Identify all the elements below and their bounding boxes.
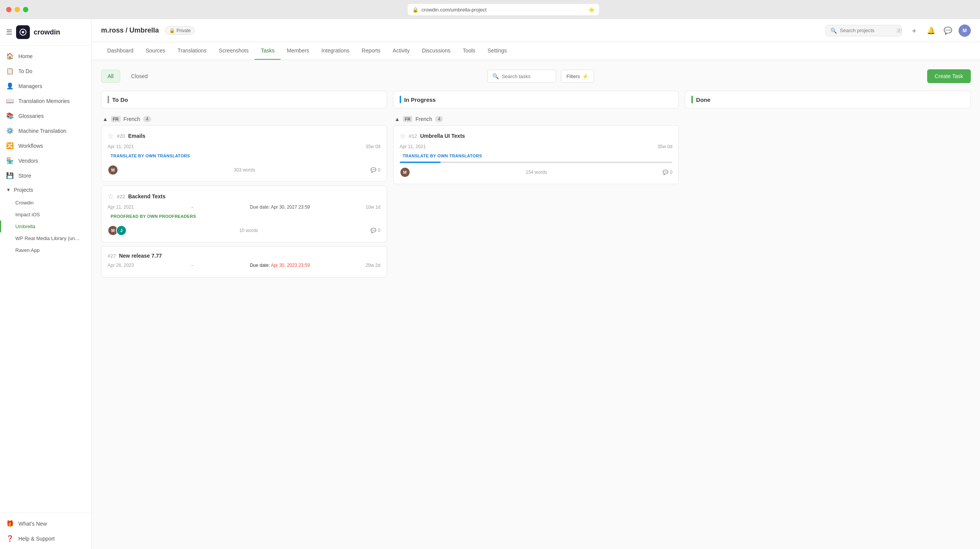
- filter-closed[interactable]: Closed: [125, 70, 155, 83]
- hamburger-icon[interactable]: ☰: [6, 28, 12, 36]
- french-progress-group-header[interactable]: ▲ FR French 4: [393, 113, 679, 125]
- tab-discussions[interactable]: Discussions: [416, 42, 457, 60]
- tab-translations[interactable]: Translations: [172, 42, 213, 60]
- tab-reports[interactable]: Reports: [356, 42, 387, 60]
- task-27-arrow: →: [189, 263, 194, 268]
- sidebar-item-help-support[interactable]: ❓ Help & Support: [0, 531, 91, 546]
- tab-members[interactable]: Members: [281, 42, 315, 60]
- address-bar[interactable]: 🔒 crowdin.com/umbrella-project ⭐: [408, 4, 599, 15]
- sidebar-item-glossaries[interactable]: 📚 Glossaries: [0, 108, 91, 123]
- lock-small-icon: 🔒: [169, 28, 175, 33]
- comment-icon: 💬: [371, 228, 376, 233]
- task-27-header: #27 New release 7.77: [108, 253, 381, 259]
- sidebar-project-wp-real-media[interactable]: WP Real Media Library (un…: [0, 232, 91, 244]
- task-22-header: ☆ #22 Backend Texts: [108, 192, 381, 201]
- sidebar-header: ☰ crowdin: [0, 19, 91, 46]
- sidebar-item-store[interactable]: 💾 Store: [0, 168, 91, 183]
- tab-dashboard[interactable]: Dashboard: [101, 42, 140, 60]
- store-icon: 💾: [6, 172, 14, 179]
- french-group-header[interactable]: ▲ FR French 4: [101, 113, 387, 125]
- lock-icon: 🔒: [412, 7, 418, 13]
- sidebar-item-workflows[interactable]: 🔀 Workflows: [0, 138, 91, 153]
- tab-tasks[interactable]: Tasks: [255, 42, 281, 60]
- projects-header[interactable]: ▼ Projects: [0, 183, 91, 197]
- task-card-22[interactable]: ☆ #22 Backend Texts Apr 11, 2021 → Due d…: [101, 186, 387, 242]
- task-20-header: ☆ #20 Emails: [108, 132, 381, 140]
- column-todo: To Do ▲ FR French 4 ☆: [101, 91, 387, 282]
- column-todo-title: To Do: [112, 96, 128, 103]
- tab-integrations[interactable]: Integrations: [315, 42, 356, 60]
- task-20-star[interactable]: ☆: [108, 132, 114, 140]
- sidebar-item-todo-label: To Do: [18, 68, 33, 74]
- sidebar-project-crowdin[interactable]: Crowdin: [0, 197, 91, 209]
- task-12-star[interactable]: ☆: [400, 132, 406, 140]
- column-done: Done: [685, 91, 971, 113]
- projects-section: ▼ Projects Crowdin Impact iOS Umbrella W…: [0, 183, 91, 256]
- bookmark-icon[interactable]: ⭐: [588, 7, 595, 13]
- sidebar-item-home[interactable]: 🏠 Home: [0, 49, 91, 64]
- tab-activity[interactable]: Activity: [387, 42, 416, 60]
- brand-name: crowdin: [34, 28, 60, 36]
- sidebar-project-raven-app[interactable]: Raven App: [0, 244, 91, 256]
- sidebar-item-vendors[interactable]: 🏪 Vendors: [0, 153, 91, 168]
- workflows-icon: 🔀: [6, 142, 14, 149]
- tab-settings[interactable]: Settings: [482, 42, 513, 60]
- sidebar-project-umbrella[interactable]: Umbrella: [0, 221, 91, 232]
- task-card-27[interactable]: #27 New release 7.77 Apr 26, 2023 → Due …: [101, 246, 387, 278]
- minimize-button[interactable]: [15, 7, 20, 12]
- task-card-20[interactable]: ☆ #20 Emails Apr 11, 2021 35w 0d TRANSLA…: [101, 125, 387, 182]
- column-in-progress-title: In Progress: [404, 96, 436, 103]
- project-name: Umbrella: [129, 26, 159, 34]
- sidebar-item-machine-translation[interactable]: ⚙️ Machine Translation: [0, 123, 91, 138]
- sidebar-item-whats-new[interactable]: 🎁 What's New: [0, 516, 91, 531]
- task-12-name: Umbrella UI Texts: [420, 133, 465, 139]
- add-button[interactable]: ＋: [908, 25, 920, 37]
- french-count-progress: 4: [435, 116, 443, 122]
- close-button[interactable]: [6, 7, 11, 12]
- search-icon: 🔍: [830, 28, 837, 34]
- project-nav-tabs: Dashboard Sources Translations Screensho…: [92, 42, 980, 60]
- maximize-button[interactable]: [23, 7, 28, 12]
- project-search-input[interactable]: [840, 28, 893, 33]
- filter-bar-right: 🔍 Filters ⚡: [487, 70, 594, 83]
- comment-icon: 💬: [663, 170, 668, 175]
- task-27-number: #27: [108, 253, 116, 259]
- task-20-type: TRANSLATE BY OWN TRANSLATORS: [108, 152, 193, 159]
- filter-all[interactable]: All: [101, 70, 120, 83]
- project-search-box[interactable]: 🔍 /: [825, 25, 902, 36]
- create-task-button[interactable]: Create Task: [927, 69, 971, 83]
- task-22-date: Apr 11, 2021: [108, 204, 134, 210]
- filters-button[interactable]: Filters ⚡: [561, 70, 594, 83]
- notification-icon[interactable]: 🔔: [925, 25, 937, 37]
- search-tasks-box[interactable]: 🔍: [487, 70, 556, 83]
- sidebar-item-managers[interactable]: 👤 Managers: [0, 78, 91, 93]
- task-20-avatars: M: [108, 165, 118, 175]
- top-header: m.ross / Umbrella 🔒 Private 🔍 / ＋ 🔔 💬 M: [92, 19, 980, 42]
- chat-icon[interactable]: 💬: [942, 25, 954, 37]
- svg-point-1: [22, 31, 24, 33]
- tab-screenshots[interactable]: Screenshots: [213, 42, 255, 60]
- task-22-comments: 💬 0: [371, 228, 381, 233]
- tasks-content: All Closed 🔍 Filters ⚡ Create Task: [92, 60, 980, 549]
- sidebar-project-impact-ios[interactable]: Impact iOS: [0, 209, 91, 221]
- private-label: Private: [176, 28, 191, 33]
- tab-tools[interactable]: Tools: [457, 42, 482, 60]
- user-avatar[interactable]: M: [959, 25, 971, 37]
- task-22-words: 10 words: [239, 228, 258, 233]
- task-12-header: ☆ #12 Umbrella UI Texts: [400, 132, 673, 140]
- sidebar-item-managers-label: Managers: [18, 83, 42, 89]
- filter-icon: ⚡: [582, 74, 588, 79]
- sidebar-item-todo[interactable]: 📋 To Do: [0, 64, 91, 78]
- task-22-avatars: M J: [108, 225, 127, 236]
- task-card-12[interactable]: ☆ #12 Umbrella UI Texts Apr 11, 2021 35w…: [393, 125, 679, 184]
- sidebar-item-help-support-label: Help & Support: [18, 536, 55, 542]
- projects-label: Projects: [14, 187, 33, 193]
- tab-sources[interactable]: Sources: [140, 42, 172, 60]
- task-22-star[interactable]: ☆: [108, 192, 114, 201]
- task-12-comments: 💬 0: [663, 170, 673, 175]
- task-20-avatar-1: M: [108, 165, 118, 175]
- sidebar-item-translation-memories[interactable]: 📖 Translation Memories: [0, 93, 91, 108]
- french-name: French: [124, 116, 140, 122]
- search-tasks-input[interactable]: [502, 74, 551, 79]
- app-container: ☰ crowdin 🏠 Home 📋 To Do 👤 Managers 📖 Tr…: [0, 19, 980, 549]
